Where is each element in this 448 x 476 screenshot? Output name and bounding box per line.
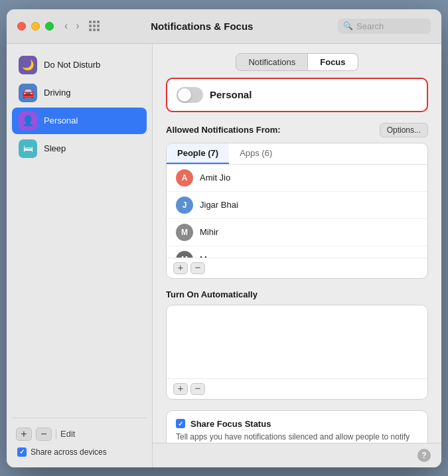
content-area: 🌙 Do Not Disturb 🚘 Driving 👤 Personal 🛏 … xyxy=(7,44,441,467)
share-focus-section: ✓ Share Focus Status Tell apps you have … xyxy=(166,410,428,443)
add-contact-button[interactable]: + xyxy=(173,262,188,274)
sidebar: 🌙 Do Not Disturb 🚘 Driving 👤 Personal 🛏 … xyxy=(7,44,153,467)
sleep-icon: 🛏 xyxy=(19,139,37,158)
contacts-list-wrap: A Amit Jio J Jigar Bhai M Mihir xyxy=(167,165,427,258)
share-focus-description: Tell apps you have notifications silence… xyxy=(176,432,418,443)
forward-button[interactable]: › xyxy=(73,19,82,33)
sidebar-item-do-not-disturb[interactable]: 🌙 Do Not Disturb xyxy=(12,52,147,78)
sidebar-item-personal[interactable]: 👤 Personal xyxy=(12,108,147,134)
personal-toggle[interactable] xyxy=(177,87,203,103)
contact-name: Mihir xyxy=(200,227,218,237)
remove-auto-button[interactable]: − xyxy=(190,383,205,395)
main-panel: Notifications Focus Personal Allowed Not… xyxy=(153,44,441,467)
contact-name: Amit Jio xyxy=(200,173,230,183)
app-grid-icon[interactable] xyxy=(89,21,100,31)
close-button[interactable] xyxy=(17,22,26,31)
toggle-knob xyxy=(178,88,191,102)
avatar: J xyxy=(176,197,193,214)
sidebar-item-sleep[interactable]: 🛏 Sleep xyxy=(12,135,147,162)
sidebar-item-label: Do Not Disturb xyxy=(44,60,100,70)
auto-section: Turn On Automatically + − xyxy=(166,289,428,400)
avatar-initial: M xyxy=(181,255,188,258)
avatar: M xyxy=(176,224,193,241)
contact-name: Jigar Bhai xyxy=(200,200,238,210)
share-across-devices-checkbox[interactable]: ✓ xyxy=(17,447,27,457)
share-across-devices-label: Share across devices xyxy=(31,447,107,457)
divider xyxy=(56,430,56,439)
contact-name: Mom xyxy=(200,254,219,258)
search-box[interactable]: 🔍 Search xyxy=(338,19,431,34)
allowed-section-header: Allowed Notifications From: Options... xyxy=(166,123,428,137)
tab-people[interactable]: People (7) xyxy=(167,143,229,164)
sub-tabs: People (7) Apps (6) xyxy=(167,143,427,165)
contact-row: M Mom xyxy=(167,246,427,258)
sidebar-item-label: Sleep xyxy=(44,143,66,153)
allowed-box: People (7) Apps (6) A Amit Jio J Jigar B… xyxy=(166,143,428,279)
search-icon: 🔍 xyxy=(343,21,353,31)
main-content: Personal Allowed Notifications From: Opt… xyxy=(153,78,441,443)
focus-toggle-row: Personal xyxy=(166,78,428,112)
avatar: A xyxy=(176,169,193,187)
tab-bar: Notifications Focus xyxy=(153,44,441,78)
sidebar-item-label: Personal xyxy=(44,116,78,125)
add-focus-button[interactable]: + xyxy=(16,428,32,441)
checkmark-icon: ✓ xyxy=(178,420,183,428)
window-title: Notifications & Focus xyxy=(106,21,298,32)
bottom-bar: ? xyxy=(153,443,441,467)
sidebar-controls: + − Edit xyxy=(12,425,147,443)
sidebar-footer: + − Edit ✓ Share across devices xyxy=(12,418,147,459)
share-row: ✓ Share across devices xyxy=(12,443,147,459)
minimize-button[interactable] xyxy=(31,22,40,31)
remove-contact-button[interactable]: − xyxy=(190,262,205,274)
share-focus-title: Share Focus Status xyxy=(190,419,271,429)
contact-row: M Mihir xyxy=(167,219,427,246)
share-focus-row: ✓ Share Focus Status xyxy=(176,419,418,429)
add-auto-button[interactable]: + xyxy=(173,383,188,395)
avatar-initial: M xyxy=(181,228,188,237)
avatar: M xyxy=(176,251,193,258)
maximize-button[interactable] xyxy=(45,22,54,31)
contact-row: J Jigar Bhai xyxy=(167,192,427,219)
tab-apps[interactable]: Apps (6) xyxy=(229,143,283,164)
search-placeholder: Search xyxy=(356,21,384,31)
nav-buttons: ‹ › xyxy=(62,19,82,33)
focus-mode-label: Personal xyxy=(210,89,252,100)
sidebar-item-driving[interactable]: 🚘 Driving xyxy=(12,80,147,106)
titlebar: ‹ › Notifications & Focus 🔍 Search xyxy=(7,9,441,44)
list-controls: + − xyxy=(167,258,427,278)
contacts-list: A Amit Jio J Jigar Bhai M Mihir xyxy=(167,165,427,258)
auto-controls: + − xyxy=(167,378,427,399)
checkmark-icon: ✓ xyxy=(19,448,25,455)
auto-section-header: Turn On Automatically xyxy=(166,289,428,299)
allowed-title: Allowed Notifications From: xyxy=(166,125,281,135)
do-not-disturb-icon: 🌙 xyxy=(19,56,37,74)
edit-button[interactable]: Edit xyxy=(60,429,75,439)
main-window: ‹ › Notifications & Focus 🔍 Search 🌙 Do … xyxy=(7,9,441,467)
share-focus-checkbox[interactable]: ✓ xyxy=(176,419,185,428)
tab-focus[interactable]: Focus xyxy=(308,53,358,71)
avatar-initial: J xyxy=(183,200,187,210)
tab-notifications[interactable]: Notifications xyxy=(236,53,308,71)
back-button[interactable]: ‹ xyxy=(62,19,70,33)
remove-focus-button[interactable]: − xyxy=(36,428,52,441)
driving-icon: 🚘 xyxy=(19,84,37,102)
auto-box: + − xyxy=(166,305,428,400)
options-button[interactable]: Options... xyxy=(380,123,428,137)
sidebar-list: 🌙 Do Not Disturb 🚘 Driving 👤 Personal 🛏 … xyxy=(12,52,147,412)
help-button[interactable]: ? xyxy=(417,449,431,462)
auto-title: Turn On Automatically xyxy=(166,289,258,299)
avatar-initial: A xyxy=(182,173,188,183)
sidebar-item-label: Driving xyxy=(44,88,70,98)
contact-row: A Amit Jio xyxy=(167,165,427,192)
traffic-lights xyxy=(17,22,54,31)
personal-icon: 👤 xyxy=(19,112,37,130)
auto-content xyxy=(167,305,427,378)
